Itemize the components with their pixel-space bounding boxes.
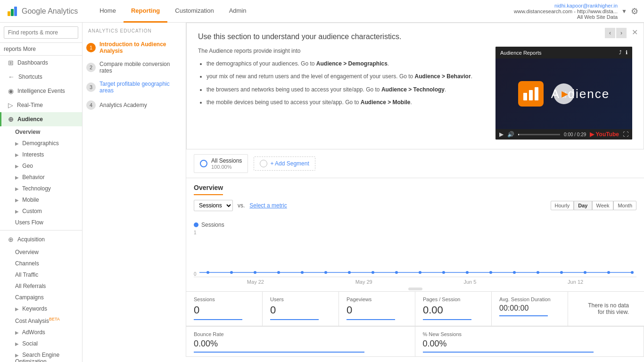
sidebar-sub-social[interactable]: ▶ Social: [0, 338, 82, 349]
edu-detail: ‹ › ✕ Use this section to understand you…: [186, 23, 644, 149]
time-btn-week[interactable]: Week: [592, 201, 614, 210]
sidebar-sub-demographics[interactable]: ▶ Demographics: [0, 138, 82, 149]
sidebar-sub-geo[interactable]: ▶ Geo: [0, 160, 82, 172]
sidebar-item-acquisition[interactable]: ⊕ Acquisition: [0, 232, 82, 247]
settings-icon[interactable]: ⚙: [631, 6, 638, 16]
sidebar-sub-campaigns[interactable]: Campaigns: [0, 292, 82, 303]
metric-row: Sessions vs. Select a metric Hourly Day …: [194, 200, 636, 211]
edu-close-button[interactable]: ✕: [632, 28, 638, 37]
edu-item-2[interactable]: 2 Compare mobile conversion rates: [86, 59, 182, 76]
edu-label-4: Analytics Academy: [99, 102, 147, 108]
info-icon[interactable]: ℹ: [626, 49, 627, 56]
user-info: nidhi.kapoor@rankhigher.in www.distances…: [514, 3, 618, 20]
edu-item-4[interactable]: 4 Analytics Academy: [86, 99, 182, 112]
stat-avg-session-bar: [499, 315, 548, 316]
all-sessions-chip[interactable]: All Sessions 100.00%: [194, 154, 248, 173]
video-progress-bar[interactable]: [518, 134, 560, 135]
sidebar-sub-interests[interactable]: ▶ Interests: [0, 149, 82, 160]
volume-button[interactable]: 🔊: [507, 131, 514, 138]
stat-users-value: 0: [270, 304, 331, 316]
share-icon[interactable]: ⤴: [619, 49, 622, 56]
chart-y-max: 1: [194, 230, 197, 235]
sidebar-sub-costanalysis[interactable]: Cost AnalysisBETA: [0, 314, 82, 327]
time-btn-hourly[interactable]: Hourly: [551, 201, 574, 210]
search-input[interactable]: [4, 26, 78, 39]
video-thumbnail[interactable]: Audience: [495, 58, 632, 129]
scroll-handle[interactable]: [408, 288, 422, 290]
audience-icon: ⊕: [8, 115, 14, 123]
time-btn-month[interactable]: Month: [613, 201, 636, 210]
svg-point-8: [206, 271, 209, 274]
video-title: Audience Reports: [500, 50, 541, 56]
stat-pageviews: Pageviews 0: [339, 292, 415, 326]
dashboards-icon: ⊞: [8, 59, 14, 66]
legend-label: Sessions: [201, 222, 224, 228]
edu-item-1[interactable]: 1 Introduction to Audience Analysis: [86, 39, 182, 56]
metric-selector[interactable]: Sessions: [194, 200, 233, 211]
right-panel: ‹ › ✕ Use this section to understand you…: [186, 23, 644, 357]
stat-bounce-label: Bounce Rate: [194, 331, 407, 337]
svg-rect-1: [8, 11, 10, 16]
edu-video-player: Audience Reports ⤴ ℹ: [495, 47, 632, 140]
edu-label-1: Introduction to Audience Analysis: [99, 41, 182, 54]
video-play-button[interactable]: [553, 83, 574, 104]
overview-section: Overview Sessions vs. Select a metric Ho…: [186, 178, 644, 222]
svg-rect-4: [523, 93, 527, 100]
sidebar-item-intelligence[interactable]: ◉ Intelligence Events: [0, 84, 82, 98]
acquisition-icon: ⊕: [8, 236, 14, 243]
sidebar-sub-usersflow[interactable]: Users Flow: [0, 217, 82, 228]
sidebar-sub-custom[interactable]: ▶ Custom: [0, 206, 82, 217]
sidebar-sub-acq-overview[interactable]: Overview: [0, 247, 82, 258]
sidebar-item-dashboards[interactable]: ⊞ Dashboards: [0, 56, 82, 70]
chart-area: Sessions 1 0: [186, 222, 644, 291]
nav-reporting[interactable]: Reporting: [124, 0, 167, 23]
nav-admin[interactable]: Admin: [222, 0, 254, 23]
sidebar-item-realtime[interactable]: ▷ Real-Time: [0, 98, 82, 112]
edu-num-1: 1: [86, 43, 96, 52]
sidebar-sub-technology[interactable]: ▶ Technology: [0, 183, 82, 194]
nav-home[interactable]: Home: [92, 0, 124, 23]
edu-bullet-3: the browsers and networks being used to …: [206, 85, 484, 94]
dropdown-icon[interactable]: ▼: [621, 8, 627, 15]
add-segment-label: + Add Segment: [270, 160, 309, 167]
sidebar-sub-mobile[interactable]: ▶ Mobile: [0, 194, 82, 206]
fullscreen-button[interactable]: ⛶: [623, 131, 628, 138]
chart-container[interactable]: 1 0: [194, 230, 636, 277]
sidebar-sub-overview[interactable]: Overview: [0, 126, 82, 138]
video-time: 0:00 / 0:29: [564, 132, 586, 137]
segment-name: All Sessions: [211, 157, 242, 164]
youtube-icon[interactable]: ▶ YouTube: [590, 131, 619, 138]
sidebar-more-row[interactable]: reports More: [0, 43, 82, 56]
select-metric-link[interactable]: Select a metric: [249, 202, 287, 209]
chart-legend: Sessions: [194, 222, 636, 228]
edu-item-3[interactable]: 3 Target profitable geographic areas: [86, 79, 182, 96]
edu-items-list: 1 Introduction to Audience Analysis 2 Co…: [83, 39, 186, 117]
nav-customization[interactable]: Customization: [167, 0, 221, 23]
stat-sessions: Sessions 0: [186, 292, 263, 326]
sidebar-sub-channels[interactable]: Channels: [0, 258, 82, 269]
add-segment-button[interactable]: + Add Segment: [254, 156, 315, 171]
chart-scroll-handle[interactable]: [194, 287, 636, 291]
sidebar-sub-adwords[interactable]: ▶ AdWords: [0, 327, 82, 338]
edu-next-arrow[interactable]: ›: [616, 28, 627, 38]
sidebar-item-audience[interactable]: ⊕ Audience: [0, 112, 82, 126]
video-title-actions: ⤴ ℹ: [619, 49, 627, 56]
sidebar-sub-seo[interactable]: ▶ Search Engine Optimization: [0, 349, 82, 362]
svg-point-17: [419, 271, 421, 274]
sidebar-item-shortcuts[interactable]: ← Shortcuts: [0, 70, 82, 84]
stat-pageviews-bar: [347, 319, 395, 320]
user-email[interactable]: nidhi.kapoor@rankhigher.in: [514, 3, 618, 8]
sidebar-sub-behavior[interactable]: ▶ Behavior: [0, 172, 82, 183]
sidebar-sub-alltraffic[interactable]: All Traffic: [0, 269, 82, 280]
chart-y-min: 0: [194, 272, 197, 277]
stats-grid-row1: Sessions 0 Users 0 Pageviews 0: [186, 291, 644, 326]
edu-prev-arrow[interactable]: ‹: [605, 28, 615, 38]
stat-new-sessions-label: % New Sessions: [423, 331, 636, 337]
edu-label-2: Compare mobile conversion rates: [99, 61, 182, 74]
sidebar-sub-allreferrals[interactable]: All Referrals: [0, 280, 82, 292]
time-btn-day[interactable]: Day: [574, 201, 592, 210]
play-pause-button[interactable]: ▶: [499, 131, 504, 138]
date-1: May 22: [247, 279, 264, 285]
sidebar-sub-keywords[interactable]: ▶ Keywords: [0, 303, 82, 314]
edu-detail-body: The Audience reports provide insight int…: [198, 47, 632, 140]
